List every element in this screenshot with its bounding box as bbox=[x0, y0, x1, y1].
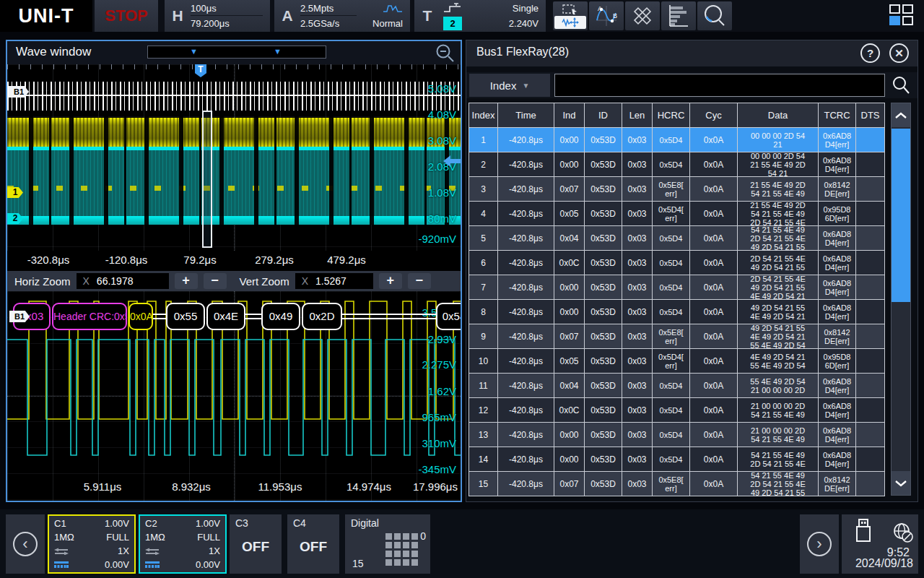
table-row[interactable]: 13 -420.8μs 0x00 0x53D 0x03 0x5D4 0x0A 2… bbox=[469, 423, 885, 447]
table-row[interactable]: 3 -420.8μs 0x07 0x53D 0x03 0x5E8[ err] 0… bbox=[469, 177, 885, 202]
table-row[interactable]: 1 -420.8μs 0x00 0x53D 0x03 0x5D4 0x0A 00… bbox=[469, 128, 885, 152]
table-row[interactable]: 8 -420.8μs 0x00 0x53D 0x03 0x5D4 0x0A 49… bbox=[469, 300, 885, 324]
cell-index: 2 bbox=[469, 152, 498, 177]
col-header: TCRC bbox=[819, 103, 856, 128]
search-zoom-button[interactable] bbox=[697, 1, 732, 30]
close-icon[interactable]: ✕ bbox=[889, 43, 909, 63]
cell-ind: 0x04 bbox=[554, 226, 585, 251]
cell-id: 0x53D bbox=[585, 300, 622, 324]
cell-hcrc: 0x5D4[ err] bbox=[653, 202, 690, 226]
table-row[interactable]: 7 -420.8μs 0x00 0x53D 0x03 0x5D4 0x0A 2D… bbox=[469, 275, 885, 300]
ruler-tools-button[interactable] bbox=[625, 1, 660, 30]
wave-position-bar[interactable]: ▼ ▼ bbox=[147, 46, 326, 59]
cell-dts bbox=[856, 202, 885, 226]
cell-time: -420.8μs bbox=[498, 128, 554, 152]
time-tick: 79.2μs bbox=[183, 254, 216, 266]
scale-label: -345mV bbox=[418, 463, 456, 475]
waveform-move-icon[interactable] bbox=[554, 16, 586, 29]
cell-tcrc: 0x6AD8 D4[err] bbox=[819, 275, 856, 300]
cell-dts bbox=[856, 300, 885, 324]
cell-hcrc: 0x5E8[ err] bbox=[653, 324, 690, 349]
table-row[interactable]: 12 -420.8μs 0x0C 0x53D 0x03 0x5D4 0x0A 2… bbox=[469, 398, 885, 423]
cell-ind: 0x07 bbox=[554, 324, 585, 349]
window-layout-button[interactable] bbox=[889, 4, 917, 27]
channel-4-card[interactable]: C4 OFF bbox=[287, 514, 339, 574]
horizontal-settings-button[interactable]: H 100μs 79.200μs bbox=[165, 0, 270, 32]
cell-tcrc: 0x95D8 6D[err] bbox=[819, 349, 856, 374]
ch1-bandwidth: FULL bbox=[106, 532, 129, 543]
table-row[interactable]: 5 -420.8μs 0x04 0x53D 0x03 0x5D4 0x0A 54… bbox=[469, 226, 885, 251]
channel-2-card[interactable]: C21.00V 1MΩFULL 1X 0.00V bbox=[139, 514, 227, 574]
cell-len: 0x03 bbox=[622, 226, 653, 251]
system-status-card[interactable]: 9:52 2024/09/18 bbox=[842, 514, 918, 574]
zoom-region-marker-1[interactable]: ▼ bbox=[190, 47, 198, 56]
run-stop-button[interactable]: STOP bbox=[95, 0, 158, 32]
cell-cyc: 0x0A bbox=[690, 226, 738, 251]
search-filter-dropdown[interactable]: Index ▼ bbox=[469, 74, 550, 97]
cell-hcrc: 0x5D4 bbox=[653, 374, 690, 398]
scroll-down-button[interactable] bbox=[892, 471, 910, 495]
table-row[interactable]: 6 -420.8μs 0x0C 0x53D 0x03 0x5D4 0x0A 2D… bbox=[469, 251, 885, 275]
time-tick: 279.2μs bbox=[255, 254, 294, 266]
table-row[interactable]: 4 -420.8μs 0x05 0x53D 0x03 0x5D4[ err] 0… bbox=[469, 202, 885, 226]
horiz-zoom-value-box[interactable]: X 66.1978 bbox=[77, 273, 169, 289]
chevron-down-icon bbox=[894, 480, 907, 487]
waveform-gaps bbox=[7, 111, 461, 225]
cell-len: 0x03 bbox=[622, 177, 653, 202]
chevron-left-icon: ‹ bbox=[13, 532, 38, 556]
scrollbar-thumb[interactable] bbox=[892, 129, 910, 302]
table-row[interactable]: 15 -420.8μs 0x07 0x53D 0x03 0x5E8[ err] … bbox=[469, 472, 885, 496]
horiz-zoom-out-button[interactable]: − bbox=[204, 273, 227, 289]
upper-time-axis: -320.8μs -120.8μs 79.2μs 279.2μs 479.2μs bbox=[7, 251, 461, 271]
table-scrollbar[interactable] bbox=[891, 103, 911, 496]
cell-cyc: 0x0A bbox=[690, 202, 738, 226]
cell-index: 8 bbox=[469, 300, 498, 324]
cell-id: 0x53D bbox=[585, 398, 622, 423]
search-input[interactable] bbox=[554, 74, 885, 97]
zoom-out-button[interactable] bbox=[435, 43, 455, 63]
acquire-settings-button[interactable]: A 2.5Mpts 2.5GSa/s Normal bbox=[274, 0, 410, 32]
cell-data: 00 00 00 2D 54 21 55 4E 49 2D 54 21 bbox=[738, 152, 819, 177]
cell-data: 2D 54 21 55 4E 49 2D 54 21 55 4E 49 2D 5… bbox=[738, 275, 819, 300]
table-row[interactable]: 14 -420.8μs 0x00 0x53D 0x03 0x5D4 0x0A 5… bbox=[469, 447, 885, 472]
cell-index: 1 bbox=[469, 128, 498, 152]
help-icon[interactable]: ? bbox=[860, 43, 880, 63]
table-row[interactable]: 9 -420.8μs 0x07 0x53D 0x03 0x5E8[ err] 0… bbox=[469, 324, 885, 349]
cell-dts bbox=[856, 226, 885, 251]
table-row[interactable]: 10 -420.8μs 0x05 0x53D 0x03 0x5D4[ err] … bbox=[469, 349, 885, 374]
vert-zoom-out-button[interactable]: − bbox=[408, 273, 431, 289]
decode-box-data: 0x54 bbox=[436, 303, 461, 330]
cell-data: 21 00 00 00 2D 54 21 55 4E 49 bbox=[738, 423, 819, 447]
ch1-name: C1 bbox=[54, 518, 66, 529]
table-row[interactable]: 2 -420.8μs 0x00 0x53D 0x03 0x5D4 0x0A 00… bbox=[469, 152, 885, 177]
cell-len: 0x03 bbox=[622, 349, 653, 374]
vert-zoom-value-box[interactable]: X 1.5267 bbox=[295, 273, 373, 289]
channel-bar-left-button[interactable]: ‹ bbox=[6, 514, 45, 574]
cursor-select-tool-button[interactable] bbox=[553, 1, 588, 30]
channel-1-card[interactable]: C11.00V 1MΩFULL 1X 0.00V bbox=[48, 514, 136, 574]
decode-box-data: 0x49 bbox=[261, 303, 300, 330]
cell-len: 0x03 bbox=[622, 324, 653, 349]
digital-channel-grid bbox=[385, 533, 418, 566]
channel-bar-right-button[interactable]: › bbox=[800, 514, 839, 574]
cell-len: 0x03 bbox=[622, 128, 653, 152]
cell-hcrc: 0x5D4 bbox=[653, 398, 690, 423]
ch3-state: OFF bbox=[235, 539, 276, 555]
scroll-up-button[interactable] bbox=[892, 103, 910, 127]
zoom-selection-rectangle[interactable] bbox=[202, 111, 212, 248]
digital-channels-card[interactable]: Digital 0 15 bbox=[345, 514, 430, 574]
channel-3-card[interactable]: C3 OFF bbox=[230, 514, 282, 574]
layout-pane-1 bbox=[889, 4, 900, 14]
vert-zoom-in-button[interactable]: + bbox=[379, 273, 402, 289]
marquee-select-icon[interactable] bbox=[554, 3, 586, 16]
zoom-region-marker-2[interactable]: ▼ bbox=[274, 47, 282, 56]
trigger-settings-button[interactable]: T 2 Single 2.240V bbox=[414, 0, 546, 32]
histogram-button[interactable] bbox=[661, 1, 696, 30]
search-button[interactable] bbox=[890, 75, 912, 95]
table-row[interactable]: 11 -420.8μs 0x04 0x53D 0x03 0x5D4 0x0A 5… bbox=[469, 374, 885, 398]
cell-id: 0x53D bbox=[585, 128, 622, 152]
cell-time: -420.8μs bbox=[498, 251, 554, 275]
horiz-zoom-in-button[interactable]: + bbox=[175, 273, 198, 289]
measure-ab-button[interactable]: A B bbox=[589, 1, 624, 30]
cell-time: -420.8μs bbox=[498, 447, 554, 472]
